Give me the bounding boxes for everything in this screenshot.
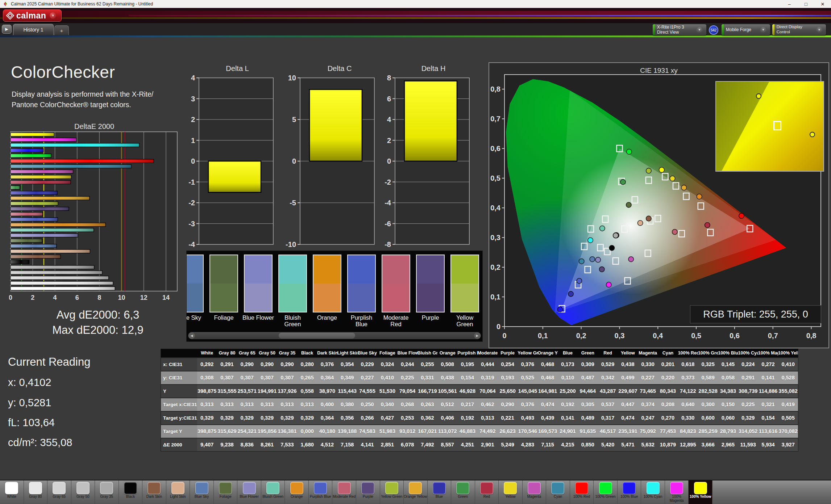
patch-button-100-magenta[interactable]: 100% Magenta: [665, 480, 689, 504]
patch-button-orange[interactable]: Orange: [285, 480, 309, 504]
meter-mode: Direct View: [657, 30, 684, 35]
table-cell: 145,045: [518, 385, 537, 398]
svg-text:8: 8: [97, 294, 101, 301]
maximize-button[interactable]: □: [798, 0, 814, 8]
table-row: ΔE 20009,4079,2388,8368,2617,5331,6804,5…: [161, 438, 798, 452]
table-cell: 167,021: [417, 425, 437, 438]
patch-button-blue[interactable]: Blue: [428, 480, 452, 504]
patch-color: [266, 482, 279, 494]
patch-button-red[interactable]: Red: [475, 480, 499, 504]
patch-button-100-yellow[interactable]: 100% Yellow: [689, 480, 712, 504]
patch-button-100-red[interactable]: 100% Red: [570, 480, 594, 504]
scroll-left-icon[interactable]: ◀: [188, 332, 195, 339]
patch-button-white[interactable]: White: [0, 480, 24, 504]
patch-button-green[interactable]: Green: [451, 480, 475, 504]
patch-button-magenta[interactable]: Magenta: [523, 480, 547, 504]
table-cell: 0,141: [558, 411, 578, 425]
patch-name: Orange Yellow: [404, 495, 427, 499]
patch-button-purplish-blue[interactable]: Purplish Blue: [309, 480, 333, 504]
table-cell: 4,512: [317, 438, 337, 452]
table-cell: 0,342: [598, 371, 618, 385]
patch-color: [599, 482, 612, 494]
display-control-select[interactable]: Direct Display Control ▼: [772, 24, 826, 35]
tab-scroll-button[interactable]: ▶: [2, 25, 12, 34]
patch-name: Magenta: [527, 495, 541, 499]
meter-select[interactable]: X-Rite i1Pro 3 Direct View ▼: [652, 24, 707, 35]
close-button[interactable]: ✕: [814, 0, 831, 8]
svg-text:0,2: 0,2: [490, 263, 500, 271]
patch-color: [647, 482, 660, 494]
patch-strip-panel: Blue SkyFoliageBlue FlowerBluish GreenOr…: [186, 251, 483, 342]
table-cell: 0,268: [397, 398, 417, 411]
minimize-button[interactable]: –: [781, 0, 798, 8]
tab-history-1[interactable]: History 1: [13, 24, 54, 35]
table-row-label: y: CIE31: [161, 371, 197, 385]
reading-fl: fL: 103,64: [8, 417, 55, 429]
strip-patch-foliage: Foliage: [207, 255, 241, 321]
table-cell: 0,410: [377, 371, 397, 385]
patch-color: [623, 482, 636, 494]
calman-wordmark: calman: [16, 11, 46, 21]
svg-text:2: 2: [387, 136, 391, 144]
patch-button-blue-flower[interactable]: Blue Flower: [237, 480, 261, 504]
svg-text:-8: -8: [385, 240, 391, 248]
patch-button-foliage[interactable]: Foliage: [214, 480, 238, 504]
patch-button-purple[interactable]: Purple: [356, 480, 380, 504]
table-cell: 0,266: [357, 411, 377, 425]
patch-button-gray-50[interactable]: Gray 50: [71, 480, 95, 504]
table-cell: 0,529: [598, 358, 618, 371]
brand-bar: calman ▼: [0, 8, 831, 23]
patch-swatch: [450, 255, 479, 312]
svg-text:5: 5: [292, 116, 296, 123]
patch-button-light-skin[interactable]: Light Skin: [166, 480, 190, 504]
patch-button-gray-65[interactable]: Gray 65: [47, 480, 71, 504]
patch-button-100-blue[interactable]: 100% Blue: [618, 480, 641, 504]
patch-name: Green: [458, 495, 468, 499]
table-cell: 170,546: [518, 425, 537, 438]
table-cell: 3,927: [778, 438, 798, 452]
calman-menu-button[interactable]: calman ▼: [3, 9, 62, 22]
patch-button-100-green[interactable]: 100% Green: [594, 480, 618, 504]
gold-stripe: [0, 17, 831, 19]
patch-button-gray-35[interactable]: Gray 35: [95, 480, 119, 504]
patch-button-yellow[interactable]: Yellow: [499, 480, 523, 504]
strip-patch-blue-sky: Blue Sky: [186, 255, 207, 321]
table-cell: 0,324: [377, 358, 397, 371]
patch-button-bluish-green[interactable]: Bluish Green: [261, 480, 285, 504]
table-cell: 0,850: [578, 438, 598, 452]
table-cell: 0,305: [578, 398, 598, 411]
window-title: Calman 2025 Calman Ultimate for Business…: [11, 1, 153, 7]
patch-button-moderate-red[interactable]: Moderate Red: [332, 480, 356, 504]
patch-button-orange-yellow[interactable]: Orange Yellow: [404, 480, 428, 504]
table-cell: 0,308: [197, 371, 217, 385]
source-select[interactable]: Mobile Forge ▼: [721, 24, 770, 35]
meter-count-badge: 542: [709, 25, 718, 35]
scroll-right-icon[interactable]: ▶: [474, 332, 481, 339]
table-cell: 46,928: [457, 385, 477, 398]
patch-button-100-cyan[interactable]: 100% Cyan: [641, 480, 665, 504]
patch-name: Orange: [291, 495, 303, 499]
table-cell: 4,251: [457, 438, 477, 452]
inset-target-point: [773, 121, 781, 130]
table-cell: 8,836: [237, 438, 257, 452]
patch-swatch: [416, 255, 445, 312]
patch-button-dark-skin[interactable]: Dark Skin: [142, 480, 166, 504]
meter-name: X-Rite i1Pro 3: [657, 25, 684, 30]
de2000-bar-chart: 02468101214: [9, 130, 181, 302]
patch-button-gray-80[interactable]: Gray 80: [24, 480, 48, 504]
table-cell: 282,528: [698, 385, 718, 398]
scrollbar-thumb[interactable]: [279, 333, 355, 339]
patch-button-cyan[interactable]: Cyan: [546, 480, 570, 504]
patch-button-blue-sky[interactable]: Blue Sky: [190, 480, 214, 504]
table-cell: 0,201: [658, 358, 678, 371]
table-cell: 0,307: [277, 371, 297, 385]
svg-text:0,8: 0,8: [490, 85, 500, 93]
max-de2000: Max dE2000: 12,9: [0, 324, 196, 337]
table-cell: 0,439: [538, 411, 558, 425]
table-row: x: CIE310,2920,2910,2900,2900,2900,2800,…: [161, 358, 798, 371]
patch-button-black[interactable]: Black: [119, 480, 143, 504]
patch-button-yellow-green[interactable]: Yellow Green: [380, 480, 404, 504]
add-tab-button[interactable]: +: [54, 25, 69, 35]
table-cell: 7,533: [277, 438, 297, 452]
patch-strip-scrollbar[interactable]: ◀ ▶: [188, 332, 481, 339]
